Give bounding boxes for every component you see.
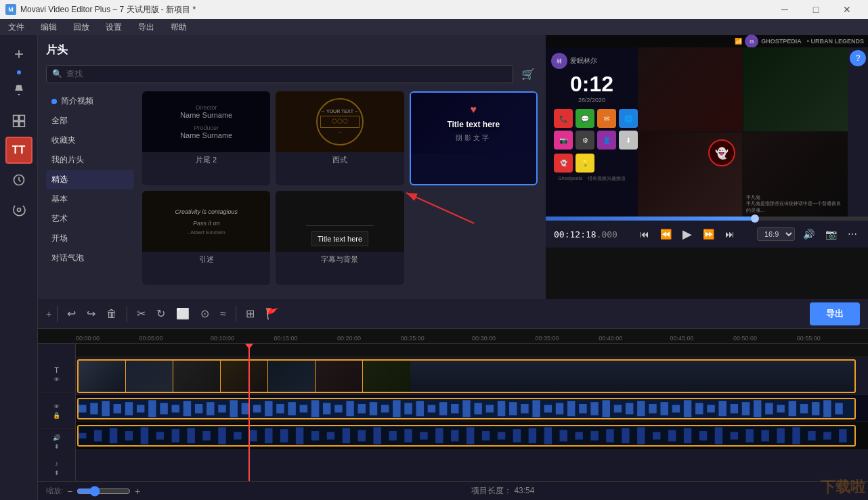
audio-button[interactable]: ≈ bbox=[216, 305, 230, 323]
cat-all[interactable]: 全部 bbox=[46, 111, 134, 131]
template-card-shadow[interactable]: ♥ Title text here 阴影文字 bbox=[410, 91, 538, 185]
menu-playback[interactable]: 回放 bbox=[70, 20, 92, 35]
ruler-mark-50: 00:50:00 bbox=[733, 335, 757, 342]
cart-icon[interactable]: 🛒 bbox=[519, 64, 538, 83]
progress-bar[interactable] bbox=[546, 217, 868, 221]
toolbar-titles[interactable]: TT bbox=[5, 137, 32, 164]
search-box: 🔍 查找 bbox=[46, 65, 513, 83]
preview-cell-3: 👻 bbox=[638, 133, 742, 217]
zoom-out-icon[interactable]: − bbox=[67, 486, 72, 497]
toolbar-transitions[interactable] bbox=[5, 107, 32, 134]
zoom-slider[interactable] bbox=[77, 486, 131, 497]
progress-thumb[interactable] bbox=[751, 214, 759, 223]
menu-export[interactable]: 导出 bbox=[135, 20, 157, 35]
template-card-credits[interactable]: Director Name Surname Producer Name Surn… bbox=[142, 91, 270, 185]
cat-intro-video[interactable]: 简介视频 bbox=[46, 91, 134, 111]
toolbar-pin[interactable] bbox=[5, 77, 32, 104]
flag-button[interactable]: 🚩 bbox=[261, 304, 283, 323]
step-forward-button[interactable]: ⏩ bbox=[700, 226, 717, 242]
template-card-quote[interactable]: Creativity is contagious Pass it on - Al… bbox=[142, 191, 270, 285]
video-clip[interactable] bbox=[77, 359, 856, 393]
cat-dot bbox=[51, 99, 57, 104]
progress-fill bbox=[546, 217, 755, 221]
skip-forward-button[interactable]: ⏭ bbox=[722, 226, 737, 242]
zoom-control: 缩放: − + bbox=[46, 486, 140, 497]
titlebar: M Movavi Video Editor Plus – 7 天试用版 - 新项… bbox=[0, 0, 868, 19]
delete-button[interactable]: 🗑 bbox=[102, 305, 121, 323]
app-download: ⬇ bbox=[619, 131, 638, 150]
template-card-western[interactable]: → YOUR TEXT ← ⬡⬡⬡ ··· 西式 bbox=[276, 91, 404, 185]
volume-button[interactable]: 🔊 bbox=[800, 226, 817, 242]
minimize-button[interactable]: ─ bbox=[769, 0, 800, 19]
svg-rect-54 bbox=[579, 404, 586, 413]
video-lock-icon[interactable]: 🔒 bbox=[53, 412, 60, 419]
template-label-western: 西式 bbox=[276, 152, 404, 168]
toolbar-tools[interactable] bbox=[5, 196, 32, 223]
zoom-in-icon[interactable]: + bbox=[135, 486, 140, 497]
skip-back-button[interactable]: ⏮ bbox=[637, 226, 652, 242]
video-preview-row: 林 爱眠林尔 0:12 28/2/2020 📞 💬 ✉ 🌐 bbox=[546, 47, 868, 217]
svg-line-9 bbox=[406, 193, 474, 223]
redo-button[interactable]: ↪ bbox=[83, 304, 100, 323]
cat-my-titles[interactable]: 我的片头 bbox=[46, 150, 134, 170]
toolbar-history[interactable] bbox=[5, 166, 32, 194]
play-button[interactable]: ▶ bbox=[680, 224, 695, 244]
svg-rect-87 bbox=[218, 427, 225, 444]
channel-ghostpedia: GHOSTPEDIA bbox=[761, 38, 802, 45]
cat-art[interactable]: 艺术 bbox=[46, 209, 134, 229]
music-icon[interactable]: ♪ bbox=[55, 459, 59, 468]
overlay-button[interactable]: ⊞ bbox=[242, 304, 259, 323]
audio-vol-icon[interactable]: ⬍ bbox=[54, 443, 60, 450]
ruler-mark-55: 00:55:00 bbox=[797, 335, 821, 342]
cat-basic[interactable]: 基本 bbox=[46, 189, 134, 209]
svg-rect-79 bbox=[94, 430, 102, 442]
undo-button[interactable]: ↩ bbox=[63, 304, 80, 323]
menu-settings[interactable]: 设置 bbox=[103, 20, 125, 35]
svg-rect-24 bbox=[230, 400, 237, 417]
ruler-mark-45: 00:45:00 bbox=[670, 335, 694, 342]
svg-rect-124 bbox=[792, 427, 800, 444]
screenshot-button[interactable]: 📷 bbox=[823, 226, 840, 242]
svg-rect-62 bbox=[672, 405, 680, 412]
app-labels: Ghostpedia 猎奇视频兴趣频道 bbox=[551, 175, 632, 182]
cat-favorites[interactable]: 收藏夹 bbox=[46, 131, 134, 150]
cat-featured[interactable]: 精选 bbox=[46, 170, 134, 189]
track-eye-icon[interactable]: 👁 bbox=[53, 376, 60, 383]
svg-rect-60 bbox=[649, 404, 656, 413]
menu-file[interactable]: 文件 bbox=[5, 20, 27, 35]
track-ctrl-title: T 👁 bbox=[38, 357, 75, 393]
menu-edit[interactable]: 编辑 bbox=[38, 20, 60, 35]
svg-rect-58 bbox=[626, 403, 633, 415]
ratio-select[interactable]: 16:94:31:1 bbox=[757, 227, 795, 241]
export-button[interactable]: 导出 bbox=[810, 302, 860, 325]
menu-help[interactable]: 帮助 bbox=[168, 20, 190, 35]
maximize-button[interactable]: □ bbox=[800, 0, 831, 19]
svg-rect-15 bbox=[125, 402, 133, 415]
color-button[interactable]: ⊙ bbox=[196, 304, 213, 323]
more-button[interactable]: ⋯ bbox=[845, 226, 860, 242]
svg-rect-90 bbox=[265, 428, 272, 443]
audio-clip-2[interactable] bbox=[77, 425, 856, 447]
help-button[interactable]: ? bbox=[850, 50, 866, 66]
close-button[interactable]: ✕ bbox=[831, 0, 863, 19]
step-back-button[interactable]: ⏪ bbox=[657, 226, 674, 242]
separator-3 bbox=[236, 306, 236, 322]
svg-rect-101 bbox=[435, 428, 443, 443]
video-eye-icon[interactable]: 👁 bbox=[53, 403, 60, 410]
svg-rect-11 bbox=[79, 405, 86, 412]
template-card-subtitle[interactable]: Title text here 字幕与背景 bbox=[276, 191, 404, 285]
audio-eye-icon[interactable]: 🔊 bbox=[53, 434, 60, 441]
add-track-button[interactable]: + bbox=[46, 309, 51, 319]
cat-opening[interactable]: 开场 bbox=[46, 229, 134, 248]
preview-info-bar: 📶 G GHOSTPEDIA • URBAN LEGENDS bbox=[546, 35, 868, 47]
crop-button[interactable]: ⬜ bbox=[172, 304, 194, 323]
svg-rect-107 bbox=[529, 428, 536, 443]
cat-bubble[interactable]: 对话气泡 bbox=[46, 248, 134, 268]
rotate-button[interactable]: ↻ bbox=[152, 304, 169, 323]
cut-button[interactable]: ✂ bbox=[133, 304, 150, 323]
tracks-area bbox=[76, 344, 868, 481]
music-vol-icon[interactable]: ⬍ bbox=[54, 470, 60, 476]
svg-rect-110 bbox=[575, 432, 582, 439]
audio-clip-1[interactable] bbox=[77, 398, 856, 419]
toolbar-import[interactable] bbox=[5, 41, 32, 68]
